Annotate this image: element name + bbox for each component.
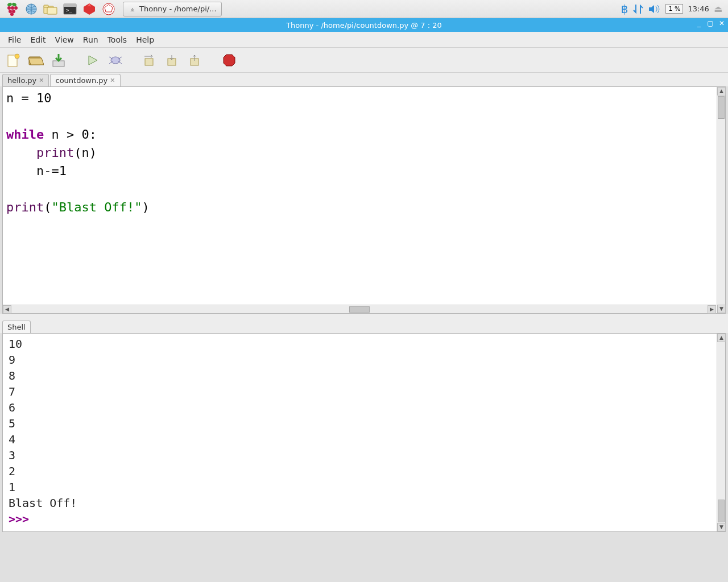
close-tab-icon[interactable]: ✕ (110, 77, 115, 84)
step-over-button[interactable] (141, 52, 158, 69)
menu-run[interactable]: Run (78, 34, 103, 46)
terminal-icon[interactable]: >_ (62, 1, 78, 17)
mathematica-icon[interactable] (81, 1, 97, 17)
scroll-down-icon[interactable]: ▼ (717, 523, 726, 531)
tab-shell[interactable]: Shell (2, 321, 31, 333)
window-titlebar: Thonny - /home/pi/countdown.py @ 7 : 20 … (0, 18, 728, 32)
toolbar (0, 48, 728, 73)
open-file-button[interactable] (27, 52, 44, 69)
editor-pane: n = 10 while n > 0: print(n) n-=1 print(… (2, 86, 726, 314)
taskbar-app-button[interactable]: ⟁ Thonny - /home/pi/... (123, 2, 222, 16)
svg-text:>_: >_ (66, 7, 72, 13)
new-file-button[interactable] (5, 52, 22, 69)
menu-file[interactable]: File (3, 34, 26, 46)
tab-label: Shell (7, 323, 26, 331)
menubar: File Edit View Run Tools Help (0, 32, 728, 48)
debug-button[interactable] (107, 52, 124, 69)
tab-label: hello.py (7, 76, 36, 85)
editor-hscrollbar[interactable]: ◀ ▶ (3, 305, 716, 313)
tab-hello[interactable]: hello.py ✕ (2, 74, 49, 86)
volume-icon[interactable] (648, 4, 661, 14)
svg-rect-2 (44, 5, 48, 7)
tab-countdown[interactable]: countdown.py ✕ (50, 74, 120, 86)
file-manager-icon[interactable] (43, 1, 59, 17)
tab-label: countdown.py (55, 76, 107, 85)
web-browser-icon[interactable] (23, 1, 39, 17)
wolfram-icon[interactable] (101, 1, 117, 17)
scroll-up-icon[interactable]: ▲ (717, 87, 726, 95)
editor-vscrollbar[interactable]: ▲ ▼ (717, 87, 725, 313)
cpu-usage[interactable]: 1 % (665, 4, 683, 14)
svg-point-13 (15, 54, 19, 59)
minimize-button[interactable]: _ (695, 20, 703, 28)
shell-tabstrip: Shell (0, 321, 728, 333)
svg-marker-26 (224, 55, 235, 66)
network-icon[interactable] (632, 3, 644, 15)
scroll-left-icon[interactable]: ◀ (3, 305, 11, 314)
svg-marker-11 (649, 5, 654, 13)
run-button[interactable] (84, 52, 101, 69)
shell-vscrollbar[interactable]: ▲ ▼ (717, 334, 725, 531)
code-editor[interactable]: n = 10 while n > 0: print(n) n-=1 print(… (3, 87, 725, 304)
raspberry-menu-icon[interactable] (4, 1, 20, 17)
scroll-down-icon[interactable]: ▼ (717, 305, 726, 313)
thonny-mini-icon: ⟁ (128, 5, 137, 13)
shell-prompt: >>> (9, 512, 36, 526)
editor-tabstrip: hello.py ✕ countdown.py ✕ (0, 73, 728, 86)
eject-icon[interactable]: ⏏ (714, 3, 722, 14)
menu-view[interactable]: View (51, 34, 78, 46)
scroll-up-icon[interactable]: ▲ (717, 334, 726, 342)
svg-rect-23 (145, 59, 153, 65)
svg-marker-15 (28, 58, 44, 65)
menu-help[interactable]: Help (131, 34, 159, 46)
system-taskbar: >_ ⟁ Thonny - /home/pi/... ฿ 1 % 13:46 ⏏ (0, 0, 728, 18)
svg-point-9 (103, 3, 114, 15)
step-into-button[interactable] (164, 52, 181, 69)
shell-output[interactable]: 10 9 8 7 6 5 4 3 2 1 Blast Off! >>> (3, 334, 725, 531)
taskbar-app-label: Thonny - /home/pi/... (139, 5, 217, 13)
system-tray: ฿ 1 % 13:46 ⏏ (621, 2, 726, 16)
stop-button[interactable] (221, 52, 238, 69)
save-button[interactable] (50, 52, 67, 69)
bluetooth-icon[interactable]: ฿ (621, 2, 628, 16)
maximize-button[interactable]: ▢ (706, 20, 714, 28)
menu-edit[interactable]: Edit (26, 34, 50, 46)
menu-tools[interactable]: Tools (103, 34, 132, 46)
svg-rect-3 (47, 7, 57, 14)
step-out-button[interactable] (187, 52, 204, 69)
window-title: Thonny - /home/pi/countdown.py @ 7 : 20 (286, 21, 442, 30)
svg-rect-5 (64, 4, 76, 7)
scroll-right-icon[interactable]: ▶ (708, 305, 716, 314)
clock[interactable]: 13:46 (688, 5, 709, 13)
shell-pane: 10 9 8 7 6 5 4 3 2 1 Blast Off! >>> ▲ ▼ (2, 333, 726, 532)
close-tab-icon[interactable]: ✕ (39, 77, 44, 84)
close-button[interactable]: ✕ (718, 20, 726, 28)
svg-point-18 (111, 57, 120, 64)
svg-marker-17 (89, 56, 97, 65)
